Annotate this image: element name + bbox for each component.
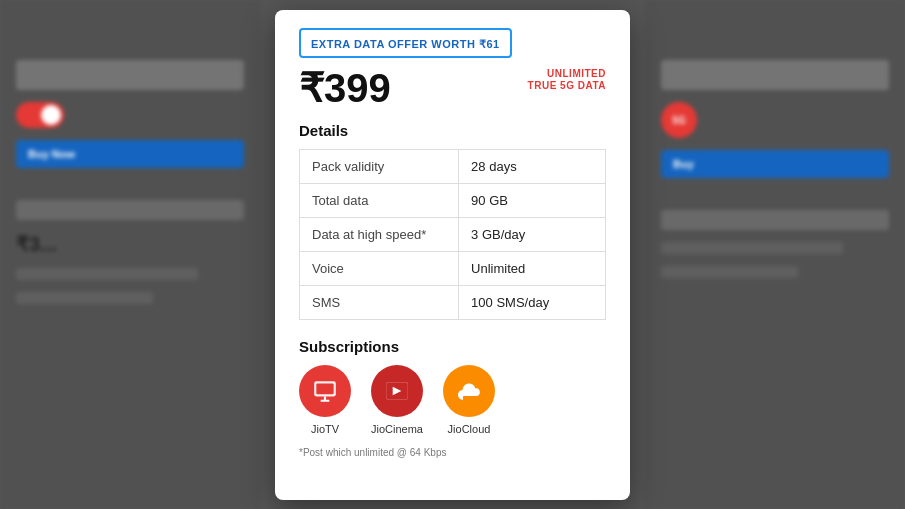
row-value: 90 GB xyxy=(459,183,606,217)
offer-text: EXTRA DATA OFFER WORTH ₹61 xyxy=(311,38,500,50)
toggle-knob xyxy=(41,105,61,125)
table-row: VoiceUnlimited xyxy=(300,251,606,285)
row-label: Total data xyxy=(300,183,459,217)
details-table: Pack validity28 daysTotal data90 GBData … xyxy=(299,149,606,320)
right-buy-button[interactable]: Buy xyxy=(661,150,889,178)
jiotv-label: JioTV xyxy=(311,423,339,435)
jiocloud-label: JioCloud xyxy=(448,423,491,435)
row-value: 3 GB/day xyxy=(459,217,606,251)
table-row: Pack validity28 days xyxy=(300,149,606,183)
subscription-item[interactable]: JioTV xyxy=(299,365,351,435)
row-value: Unlimited xyxy=(459,251,606,285)
subscription-item[interactable]: JioCinema xyxy=(371,365,423,435)
modal-scroll-area[interactable]: EXTRA DATA OFFER WORTH ₹61 ₹399 UNLIMITE… xyxy=(275,10,630,500)
table-row: Total data90 GB xyxy=(300,183,606,217)
table-row: Data at high speed*3 GB/day xyxy=(300,217,606,251)
right-panel: 5G Buy xyxy=(645,0,905,509)
row-value: 28 days xyxy=(459,149,606,183)
plan-detail-modal: EXTRA DATA OFFER WORTH ₹61 ₹399 UNLIMITE… xyxy=(275,10,630,500)
plan-price: ₹399 xyxy=(299,68,391,108)
unlimited-badge: UNLIMITED TRUE 5G DATA xyxy=(528,68,606,92)
jiocinema-label: JioCinema xyxy=(371,423,423,435)
jiocinema-icon xyxy=(371,365,423,417)
details-title: Details xyxy=(299,122,606,139)
left-buy-button[interactable]: Buy Now xyxy=(16,140,244,168)
row-label: Pack validity xyxy=(300,149,459,183)
row-label: Data at high speed* xyxy=(300,217,459,251)
unlimited-line2: TRUE 5G DATA xyxy=(528,80,606,92)
left-toggle[interactable] xyxy=(16,102,64,128)
jiotv-icon xyxy=(299,365,351,417)
row-label: SMS xyxy=(300,285,459,319)
unlimited-line1: UNLIMITED xyxy=(528,68,606,80)
jiocloud-icon xyxy=(443,365,495,417)
svg-rect-1 xyxy=(316,383,333,394)
table-row: SMS100 SMS/day xyxy=(300,285,606,319)
offer-banner: EXTRA DATA OFFER WORTH ₹61 xyxy=(299,28,512,58)
left-panel: Buy Now ₹3... xyxy=(0,0,260,509)
subscriptions-title: Subscriptions xyxy=(299,338,606,355)
left-price: ₹3... xyxy=(16,232,244,256)
subscriptions-row: JioTVJioCinemaJioCloud xyxy=(299,365,606,435)
row-label: Voice xyxy=(300,251,459,285)
5g-badge: 5G xyxy=(661,102,697,138)
row-value: 100 SMS/day xyxy=(459,285,606,319)
price-row: ₹399 UNLIMITED TRUE 5G DATA xyxy=(299,68,606,108)
subscription-item[interactable]: JioCloud xyxy=(443,365,495,435)
footnote: *Post which unlimited @ 64 Kbps xyxy=(299,447,606,458)
